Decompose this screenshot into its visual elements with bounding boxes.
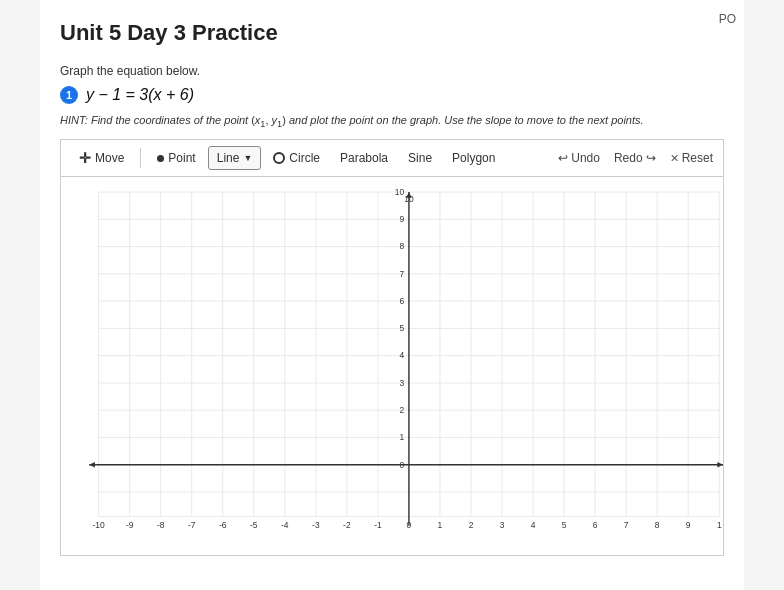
polygon-tool[interactable]: Polygon bbox=[444, 147, 503, 169]
content-area: PO Unit 5 Day 3 Practice Graph the equat… bbox=[40, 0, 744, 590]
svg-text:-8: -8 bbox=[157, 520, 165, 530]
graph-toolbar: ✛ Move Point Line ▼ Circle Parabola Sine bbox=[60, 139, 724, 176]
svg-text:7: 7 bbox=[624, 520, 629, 530]
svg-text:10: 10 bbox=[404, 195, 414, 205]
svg-text:-7: -7 bbox=[188, 520, 196, 530]
svg-text:1: 1 bbox=[717, 520, 722, 530]
svg-text:3: 3 bbox=[400, 378, 405, 388]
svg-text:8: 8 bbox=[400, 242, 405, 252]
svg-text:3: 3 bbox=[500, 520, 505, 530]
svg-text:6: 6 bbox=[593, 520, 598, 530]
svg-text:-3: -3 bbox=[312, 520, 320, 530]
svg-text:8: 8 bbox=[655, 520, 660, 530]
instruction-text: Graph the equation below. bbox=[60, 64, 724, 78]
circle-icon bbox=[273, 152, 285, 164]
svg-text:7: 7 bbox=[400, 269, 405, 279]
svg-text:-4: -4 bbox=[281, 520, 289, 530]
toolbar-right-actions: ↩ Undo Redo ↪ ✕ Reset bbox=[558, 151, 713, 165]
svg-text:0: 0 bbox=[400, 460, 405, 470]
page-indicator: PO bbox=[719, 12, 736, 26]
move-tool[interactable]: ✛ Move bbox=[71, 146, 132, 170]
svg-text:4: 4 bbox=[400, 351, 405, 361]
svg-text:6: 6 bbox=[400, 296, 405, 306]
svg-text:-9: -9 bbox=[126, 520, 134, 530]
reset-x-icon: ✕ bbox=[670, 152, 679, 165]
line-dropdown-arrow: ▼ bbox=[243, 153, 252, 163]
svg-text:4: 4 bbox=[531, 520, 536, 530]
parabola-tool[interactable]: Parabola bbox=[332, 147, 396, 169]
sine-tool[interactable]: Sine bbox=[400, 147, 440, 169]
svg-text:9: 9 bbox=[400, 214, 405, 224]
svg-rect-0 bbox=[61, 188, 723, 545]
page-title: Unit 5 Day 3 Practice bbox=[60, 20, 724, 46]
point-tool[interactable]: Point bbox=[149, 147, 203, 169]
svg-text:5: 5 bbox=[562, 520, 567, 530]
separator-1 bbox=[140, 148, 141, 168]
hint-text: HINT: Find the coordinates of the point … bbox=[60, 114, 724, 129]
svg-text:1: 1 bbox=[438, 520, 443, 530]
equation-number-icon: 1 bbox=[60, 86, 78, 104]
svg-text:-2: -2 bbox=[343, 520, 351, 530]
svg-text:0: 0 bbox=[407, 520, 412, 530]
page: PO Unit 5 Day 3 Practice Graph the equat… bbox=[0, 0, 784, 590]
equation-text: y − 1 = 3(x + 6) bbox=[86, 86, 194, 104]
svg-text:10: 10 bbox=[395, 187, 405, 197]
move-icon: ✛ bbox=[79, 150, 91, 166]
circle-tool[interactable]: Circle bbox=[265, 147, 328, 169]
svg-text:2: 2 bbox=[469, 520, 474, 530]
svg-text:2: 2 bbox=[400, 405, 405, 415]
graph-svg: -10 -9 -8 -7 -6 -5 -4 -3 -2 -1 0 1 2 3 4… bbox=[61, 177, 723, 555]
svg-text:-1: -1 bbox=[374, 520, 382, 530]
redo-arrow-icon: ↪ bbox=[646, 151, 656, 165]
equation-row: 1 y − 1 = 3(x + 6) bbox=[60, 86, 724, 104]
graph-area[interactable]: -10 -9 -8 -7 -6 -5 -4 -3 -2 -1 0 1 2 3 4… bbox=[60, 176, 724, 556]
svg-text:-5: -5 bbox=[250, 520, 258, 530]
undo-button[interactable]: ↩ Undo bbox=[558, 151, 600, 165]
point-icon bbox=[157, 155, 164, 162]
redo-button[interactable]: Redo ↪ bbox=[614, 151, 656, 165]
svg-text:-10: -10 bbox=[93, 520, 106, 530]
svg-text:9: 9 bbox=[686, 520, 691, 530]
line-tool[interactable]: Line ▼ bbox=[208, 146, 262, 170]
svg-text:1: 1 bbox=[400, 432, 405, 442]
svg-text:5: 5 bbox=[400, 323, 405, 333]
reset-button[interactable]: ✕ Reset bbox=[670, 151, 713, 165]
svg-text:-6: -6 bbox=[219, 520, 227, 530]
undo-arrow-icon: ↩ bbox=[558, 151, 568, 165]
